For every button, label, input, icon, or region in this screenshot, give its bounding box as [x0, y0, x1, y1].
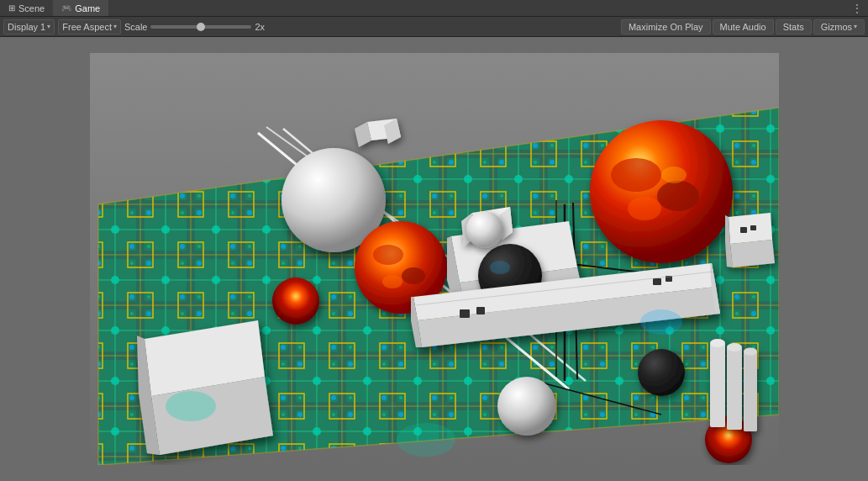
scale-text-label: Scale — [124, 22, 148, 32]
lava-patch-2 — [402, 267, 425, 284]
svg-point-32 — [710, 339, 725, 347]
game-view — [0, 37, 868, 481]
tab-game[interactable]: 🎮 Game — [53, 0, 108, 16]
mute-audio-button[interactable]: Mute Audio — [713, 19, 774, 34]
tab-overflow-button[interactable]: ⋮ — [846, 2, 868, 15]
gizmos-chevron-icon: ▾ — [854, 23, 857, 30]
svg-marker-26 — [730, 240, 775, 267]
scale-container: Scale 2x — [124, 22, 265, 32]
bar-detail-1 — [460, 309, 470, 318]
maximize-on-play-button[interactable]: Maximize On Play — [621, 19, 711, 34]
game-tab-icon: 🎮 — [61, 3, 71, 13]
glow-2 — [640, 309, 682, 335]
small-lava-sphere-left — [272, 278, 319, 325]
bar-detail-2 — [476, 307, 485, 314]
svg-point-34 — [727, 343, 742, 352]
svg-rect-35 — [744, 352, 757, 431]
right-cube — [725, 213, 775, 267]
glow-3 — [397, 423, 455, 457]
large-lava-patch-4 — [661, 166, 687, 183]
scale-slider[interactable] — [150, 25, 251, 29]
sphere-highlight — [490, 261, 510, 274]
tab-scene-label: Scene — [18, 3, 45, 13]
tab-scene[interactable]: ⊞ Scene — [0, 0, 53, 16]
toolbar: Display 1 ▾ Free Aspect ▾ Scale 2x Maxim… — [0, 17, 868, 37]
scene-tab-icon: ⊞ — [8, 3, 15, 13]
svg-rect-33 — [727, 347, 742, 430]
cylinder-pillars — [710, 339, 757, 431]
right-cube-dot-1 — [740, 227, 747, 233]
aspect-chevron-icon: ▾ — [113, 23, 117, 30]
scale-thumb[interactable] — [197, 23, 205, 31]
dark-sphere-right — [638, 349, 685, 396]
large-lava-patch-1 — [611, 158, 661, 192]
scene-canvas — [90, 53, 779, 465]
tab-game-label: Game — [75, 3, 100, 13]
right-cube-dot-2 — [750, 225, 756, 230]
bar-detail-3 — [653, 278, 661, 285]
scale-value-label: 2x — [255, 22, 265, 32]
display-chevron-icon: ▾ — [47, 23, 50, 30]
gizmos-label: Gizmos — [821, 22, 852, 32]
gizmos-dropdown[interactable]: Gizmos ▾ — [813, 19, 865, 34]
tab-bar: ⊞ Scene 🎮 Game ⋮ — [0, 0, 868, 17]
aspect-label: Free Aspect — [62, 22, 112, 32]
lava-patch-1 — [373, 245, 403, 265]
display-label: Display 1 — [8, 22, 45, 32]
display-dropdown[interactable]: Display 1 ▾ — [3, 19, 55, 34]
aspect-dropdown[interactable]: Free Aspect ▾ — [58, 19, 121, 34]
large-cube-bl — [137, 320, 273, 455]
lava-patch-3 — [382, 275, 402, 288]
glow-1 — [166, 391, 216, 421]
svg-point-36 — [744, 348, 757, 356]
editor-window: ⊞ Scene 🎮 Game ⋮ Display 1 ▾ Free Aspect… — [0, 0, 868, 481]
stats-button[interactable]: Stats — [776, 19, 812, 34]
white-sphere-bottom — [497, 377, 556, 436]
scene-svg — [90, 53, 779, 465]
large-lava-patch-3 — [628, 197, 661, 220]
large-lava-patch-2 — [657, 181, 699, 211]
toolbar-right: Maximize On Play Mute Audio Stats Gizmos… — [621, 19, 865, 34]
small-white-sphere-center — [466, 211, 503, 248]
svg-rect-31 — [710, 343, 725, 427]
